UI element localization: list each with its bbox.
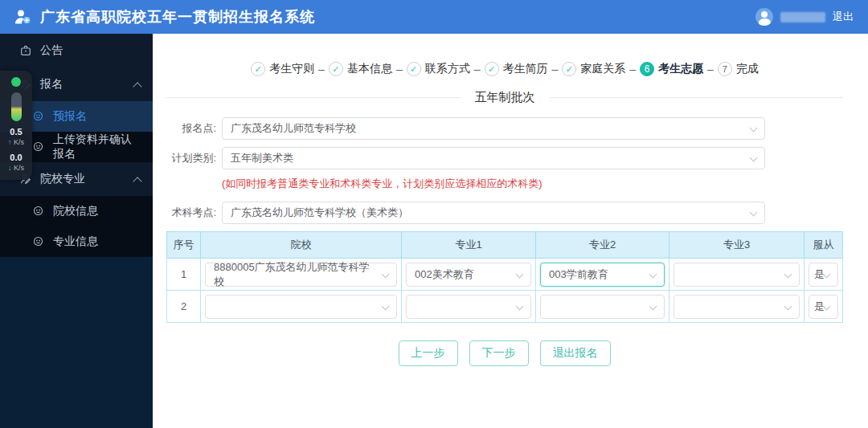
check-icon: ✓ <box>562 62 576 76</box>
speed-gauge-icon <box>11 92 22 121</box>
user-name-redacted <box>780 12 825 22</box>
step-number: 6 <box>640 62 654 76</box>
page-title: 广东省高职院校五年一贯制招生报名系统 <box>40 7 315 26</box>
prev-step-button[interactable]: 上一步 <box>399 340 458 366</box>
college-select-row1[interactable]: 8880005广东茂名幼儿师范专科学校 <box>205 263 397 287</box>
col-header-college: 院校 <box>201 232 402 259</box>
form-row-registration-point: 报名点: 广东茂名幼儿师范专科学校 <box>166 117 843 140</box>
chevron-down-icon <box>650 275 657 281</box>
sidebar-filler <box>0 257 153 428</box>
down-arrow-icon: ↓ <box>8 164 12 172</box>
step-candidate-rules: ✓ 考生守则 <box>251 62 314 76</box>
chevron-down-icon <box>751 213 757 219</box>
step-family: ✓ 家庭关系 <box>562 62 625 76</box>
chevron-down-icon <box>517 275 523 281</box>
col-header-index: 序号 <box>167 232 201 259</box>
sidebar-item-label: 公告 <box>40 43 63 58</box>
logout-button[interactable]: 退出 <box>833 10 854 24</box>
upload-speed: 0.5 ↑ K/s <box>8 127 24 147</box>
plan-category-select[interactable]: 五年制美术类 <box>222 147 765 169</box>
chevron-down-icon <box>751 158 757 165</box>
download-speed: 0.0 ↓ K/s <box>8 153 24 173</box>
select-value: 广东茂名幼儿师范专科学校（美术类） <box>231 206 408 220</box>
major2-select-row2[interactable] <box>540 295 665 319</box>
obey-select-row1[interactable]: 是 <box>809 263 838 287</box>
chevron-up-icon <box>134 81 141 88</box>
face-icon <box>32 205 45 218</box>
form-row-art-exam-site: 术科考点: 广东茂名幼儿师范专科学校（美术类） <box>166 202 843 224</box>
up-arrow-icon: ↑ <box>8 138 12 146</box>
clipboard-icon <box>19 44 32 57</box>
col-header-major1: 专业1 <box>402 232 536 259</box>
face-icon <box>32 141 45 153</box>
select-value: 002美术教育 <box>415 267 474 282</box>
table-row: 2 是 <box>167 291 843 323</box>
field-label: 报名点: <box>166 121 216 136</box>
col-header-major2: 专业2 <box>536 232 669 259</box>
next-step-button[interactable]: 下一步 <box>469 340 529 366</box>
app-header: 广东省高职院校五年一贯制招生报名系统 退出 <box>0 0 868 34</box>
action-buttons: 上一步 下一步 退出报名 <box>166 340 842 366</box>
table-row: 1 8880005广东茂名幼儿师范专科学校 002美术教育 003学前教育 <box>167 259 843 291</box>
chevron-down-icon <box>824 275 830 281</box>
row-index: 1 <box>167 259 201 291</box>
chevron-down-icon <box>383 307 389 313</box>
major3-select-row2[interactable] <box>674 295 800 319</box>
major1-select-row1[interactable]: 002美术教育 <box>406 263 531 287</box>
registration-point-select[interactable]: 广东茂名幼儿师范专科学校 <box>222 117 765 140</box>
form-row-plan-category: 计划类别: 五年制美术类 <box>166 147 843 169</box>
chevron-down-icon <box>650 307 657 313</box>
chevron-down-icon <box>383 275 389 281</box>
check-icon: ✓ <box>407 62 421 76</box>
step-finish: 7 完成 <box>718 62 759 76</box>
col-header-major3: 专业3 <box>669 232 805 259</box>
field-label: 计划类别: <box>166 151 216 165</box>
step-number: 7 <box>718 62 732 76</box>
sidebar-item-college-info[interactable]: 院校信息 <box>0 196 153 226</box>
chevron-down-icon <box>785 275 792 281</box>
step-preferences-current: 6 考生志愿 <box>640 62 703 76</box>
chevron-down-icon <box>824 307 830 313</box>
check-icon: ✓ <box>329 62 343 76</box>
user-avatar[interactable] <box>755 8 773 26</box>
chevron-down-icon <box>785 307 792 313</box>
step-resume: ✓ 考生简历 <box>485 62 548 76</box>
row-index: 2 <box>167 291 201 323</box>
field-label: 术科考点: <box>166 206 216 220</box>
sidebar-item-major-info[interactable]: 专业信息 <box>0 226 153 257</box>
plan-category-note: (如同时报考普通类专业和术科类专业，计划类别应选择相应的术科类) <box>222 177 843 191</box>
section-title: 五年制批次 <box>475 90 535 105</box>
step-contact: ✓ 联系方式 <box>407 62 470 76</box>
sidebar-item-announcements[interactable]: 公告 <box>0 34 153 67</box>
section-divider: 五年制批次 <box>166 90 843 105</box>
chevron-up-icon <box>134 176 141 183</box>
select-value: 五年制美术类 <box>231 151 293 165</box>
chevron-down-icon <box>517 307 523 313</box>
select-value: 8880005广东茂名幼儿师范专科学校 <box>214 260 377 289</box>
step-basic-info: ✓ 基本信息 <box>329 62 392 76</box>
network-monitor-overlay: 0.5 ↑ K/s 0.0 ↓ K/s <box>0 71 32 180</box>
art-exam-site-select[interactable]: 广东茂名幼儿师范专科学校（美术类） <box>222 202 765 224</box>
exit-registration-button[interactable]: 退出报名 <box>540 340 611 366</box>
major3-select-row1[interactable] <box>674 263 800 287</box>
sidebar-item-label: 院校专业 <box>40 172 85 186</box>
preference-table: 序号 院校 专业1 专业2 专业3 服从 1 8880005广东茂名幼儿师范专科… <box>166 231 843 323</box>
main-content: ✓ 考生守则 – ✓ 基本信息 – ✓ 联系方式 – ✓ 考生简历 – ✓ 家庭… <box>153 34 868 428</box>
college-select-row2[interactable] <box>205 295 397 319</box>
user-plus-logo-icon <box>13 7 32 26</box>
sidebar-item-label: 上传资料并确认报名 <box>53 132 141 161</box>
sidebar-item-label: 报名 <box>40 77 63 92</box>
sidebar-item-label: 专业信息 <box>53 234 98 249</box>
college-majors-submenu: 院校信息 专业信息 <box>0 196 153 257</box>
obey-select-row2[interactable]: 是 <box>809 295 838 319</box>
check-icon: ✓ <box>485 62 499 76</box>
step-indicator: ✓ 考生守则 – ✓ 基本信息 – ✓ 联系方式 – ✓ 考生简历 – ✓ 家庭… <box>166 62 843 76</box>
face-icon <box>32 235 45 248</box>
major1-select-row2[interactable] <box>406 295 531 319</box>
select-value: 广东茂名幼儿师范专科学校 <box>231 121 356 136</box>
face-icon <box>32 110 45 123</box>
sidebar-item-label: 院校信息 <box>53 204 98 218</box>
check-icon: ✓ <box>251 62 265 76</box>
sidebar-item-label: 预报名 <box>53 109 87 124</box>
major2-select-row1[interactable]: 003学前教育 <box>540 263 665 287</box>
